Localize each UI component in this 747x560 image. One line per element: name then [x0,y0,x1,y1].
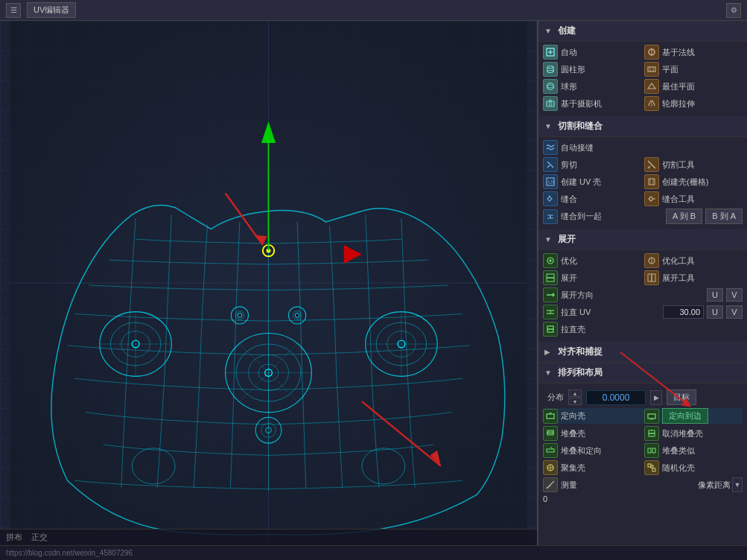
section-arrange-content: 分布 ▲ ▼ ▶ 目标 定向壳 [538,384,747,509]
section-unfold-arrow: ▼ [544,235,553,244]
normal-icon [644,45,659,60]
auto-icon [543,45,558,60]
plane-right: 平面 [644,62,743,77]
create-auto-left: 自动 [543,45,641,60]
url-bar: https://blog.csdn.net/weixin_45807296 [0,545,747,560]
optimize-label: 优化 [561,255,641,267]
best-plane-icon [644,79,659,94]
orient-edge-right: 定向到边 [644,408,743,424]
cut-row: 剪切 切割工具 [543,157,743,172]
unfold-dir-label: 展开方向 [561,290,704,301]
distribute-up-btn[interactable]: ▲ [568,389,582,397]
b-to-a-btn[interactable]: B 到 A [705,209,743,224]
distribute-target-btn[interactable]: 目标 [667,389,696,405]
best-plane-right: 最佳平面 [644,79,743,94]
unfold-label: 展开 [561,273,641,284]
pull-uv-label: 拉直 UV [561,307,660,318]
pull-uv-u-btn[interactable]: U [707,305,723,319]
unfold-row: 展开 展开工具 [543,270,743,285]
section-align-title: 对齐和捕捉 [558,346,603,358]
uv-editor-btn[interactable]: UV编辑器 [27,2,76,18]
measure-value-label: 像素距离 [653,480,731,491]
optimize-icon [543,253,558,268]
normal-label: 基于法线 [662,47,743,58]
section-align-header[interactable]: ▶ 对齐和捕捉 [538,342,747,363]
straighten-uv-row: 拉直 UV U V [543,305,743,319]
stack-similar-right: 堆叠类似 [644,443,743,458]
pull-shell-label: 拉直壳 [561,324,743,335]
sidebar: ▼ 创建 自动 基于法线 [538,21,747,545]
create-shell-icon [644,174,659,189]
section-create-header[interactable]: ▼ 创建 [538,21,747,42]
create-row-camera: 基于摄影机 轮廓拉伸 [543,96,743,111]
viewport-mode: 拼布 [6,532,22,543]
sew-icon [543,191,558,206]
section-create-content: 自动 基于法线 圆柱形 [538,42,747,116]
orient-shell-left: 定向壳 [543,409,641,424]
unfold-left: 展开 [543,270,641,285]
viewport[interactable]: 拼布 正交 [0,21,538,545]
unfold-icon [543,270,558,285]
optimize-tool-icon [644,253,659,268]
measure-dropdown-btn[interactable]: ▼ [732,477,743,492]
sew-tool-icon [644,191,659,206]
section-unfold-header[interactable]: ▼ 展开 [538,229,747,250]
orient-shell-icon [543,409,558,424]
section-unfold-content: 优化 优化工具 展开 [538,250,747,342]
pull-uv-value[interactable] [663,305,704,319]
section-create-title: 创建 [558,25,576,37]
orient-edge-icon [644,409,659,424]
uv-shell-label: 创建 UV 壳 [561,176,641,188]
menu-icon[interactable]: ☰ [6,3,21,18]
pull-shell-row: 拉直壳 [543,322,743,337]
mesh-viewport [0,21,537,545]
sew-left: 缝合 [543,191,641,206]
stack-orient-left: 堆叠和定向 [543,443,641,458]
section-cut-header[interactable]: ▼ 切割和缝合 [538,116,747,137]
sphere-icon [543,79,558,94]
gather-row: 聚集壳 随机化壳 [543,460,743,475]
random-shell-icon [644,460,659,475]
distribute-row: 分布 ▲ ▼ ▶ 目标 [543,386,743,408]
svg-marker-61 [549,100,552,101]
a-to-b-btn[interactable]: A 到 B [666,209,702,224]
stack-shell-icon [543,426,558,441]
create-row-auto: 自动 基于法线 [543,45,743,60]
main-area: 拼布 正交 ▼ 创建 自动 基 [0,21,747,545]
contour-right: 轮廓拉伸 [644,96,743,111]
gather-left: 聚集壳 [543,460,641,475]
stack-orient-icon [543,443,558,458]
auto-seam-row: 自动接缝 [543,140,743,155]
settings-icon[interactable]: ⚙ [726,3,741,18]
viewport-projection: 正交 [31,532,48,543]
stack-row: 堆叠壳 取消堆叠壳 [543,426,743,441]
svg-point-49 [547,66,553,69]
section-arrange-arrow: ▼ [544,369,553,378]
bottom-value: 0 [543,494,728,503]
pull-uv-v-btn[interactable]: V [726,305,743,319]
unstack-icon [644,426,659,441]
unfold-u-btn[interactable]: U [707,288,723,302]
stack-shell-left: 堆叠壳 [543,426,641,441]
svg-point-56 [547,83,554,90]
svg-rect-111 [651,465,653,468]
cut-label: 剪切 [561,159,641,171]
optimize-tool-label: 优化工具 [662,255,743,267]
pull-shell-icon [543,322,558,337]
distribute-increment-btn[interactable]: ▶ [650,390,662,405]
section-cut-title: 切割和缝合 [558,120,603,133]
auto-label: 自动 [561,47,641,58]
svg-rect-91 [547,414,554,419]
distribute-value[interactable] [586,390,646,405]
orient-edge-btn[interactable]: 定向到边 [662,408,708,424]
svg-point-50 [547,71,553,73]
pull-uv-icon [543,305,558,319]
section-unfold-title: 展开 [558,233,576,246]
distribute-down-btn[interactable]: ▼ [568,398,582,405]
sew-tool-label: 缝合工具 [662,194,743,205]
svg-text:UV: UV [548,179,555,185]
section-arrange-header[interactable]: ▼ 排列和布局 [538,363,747,384]
unfold-v-btn[interactable]: V [726,288,743,302]
sew-tool-right: 缝合工具 [644,191,743,206]
svg-marker-58 [648,83,655,89]
